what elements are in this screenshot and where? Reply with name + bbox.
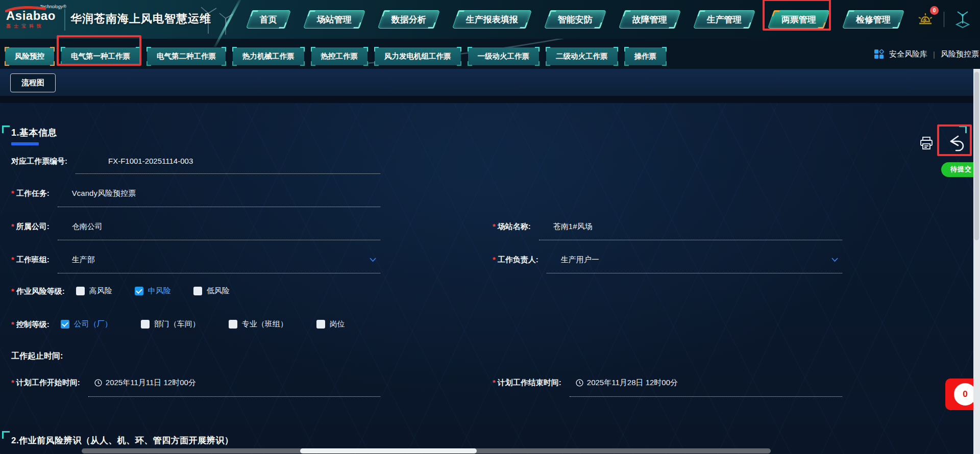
checkbox-option[interactable]: 高风险	[76, 286, 112, 296]
field-label: *计划工作结束时间:	[493, 377, 561, 388]
app-title: 华润苍南海上风电智慧运维	[70, 11, 211, 27]
horizontal-scrollbar-thumb[interactable]	[300, 448, 477, 453]
nav-item-6[interactable]: 故障管理	[619, 10, 681, 29]
checkbox-icon[interactable]	[76, 287, 85, 295]
header-right-icons: 0	[917, 0, 972, 39]
nav-item-1[interactable]: 首页	[246, 10, 291, 29]
ticket-tab-3[interactable]: 电气第二种工作票	[147, 47, 226, 65]
tab-corner-bracket	[662, 61, 667, 66]
nav-item-label: 生产报表填报	[466, 14, 518, 26]
field-station: *场站名称: 苍南1#风场	[493, 221, 842, 240]
checkbox-label: 部门（车间）	[154, 319, 200, 329]
nav-item-3[interactable]: 数据分析	[378, 10, 440, 29]
back-icon-button[interactable]	[944, 132, 967, 154]
control-level-options: 公司（厂）部门（车间）专业（班组）岗位	[61, 319, 345, 329]
print-icon-button[interactable]	[919, 136, 934, 151]
field-label: *控制等级:	[11, 319, 50, 330]
checkbox-option[interactable]: 中风险	[135, 286, 171, 296]
work-time-heading: 工作起止时间:	[11, 351, 848, 362]
control-level-row: *控制等级: 公司（厂）部门（车间）专业（班组）岗位	[11, 319, 848, 330]
section2-title: 2.作业前风险辨识（从人、机、环、管四方面开展辨识）	[11, 435, 233, 446]
checkbox-checked-icon[interactable]	[61, 320, 69, 329]
risk-library-link[interactable]: 安全风险库	[889, 49, 927, 59]
tab-corner-bracket	[50, 47, 55, 52]
vertical-scrollbar-thumb[interactable]	[974, 72, 979, 240]
tab-corner-bracket	[457, 61, 461, 66]
nav-item-4[interactable]: 生产报表填报	[452, 10, 532, 29]
ticket-no-value: FX-F1001-20251114-003	[108, 157, 193, 165]
station-value: 苍南1#风场	[553, 222, 593, 231]
basic-info-form: 对应工作票编号: FX-F1001-20251114-003 *工作任务: Vc…	[11, 156, 848, 397]
field-start-time: *计划工作开始时间: 2025年11月11日 12时00分	[11, 377, 380, 397]
checkbox-icon[interactable]	[141, 320, 150, 329]
ticket-tab-7[interactable]: 一级动火工作票	[468, 47, 540, 65]
nav-item-label: 两票管理	[781, 14, 816, 26]
checkbox-option[interactable]: 专业（班组）	[229, 319, 288, 329]
risk-precontrol-link[interactable]: 风险预控票	[941, 49, 979, 59]
tab-corner-bracket	[546, 61, 550, 66]
horizontal-scrollbar[interactable]	[82, 448, 771, 453]
checkbox-icon[interactable]	[229, 320, 237, 329]
checkbox-label: 公司（厂）	[74, 319, 112, 329]
field-label: *场站名称:	[493, 221, 531, 232]
task-input[interactable]: Vcandy风险预控票	[58, 188, 380, 207]
checkbox-option[interactable]: 低风险	[193, 286, 230, 296]
nav-item-5[interactable]: 智能安防	[544, 10, 606, 29]
nav-item-9[interactable]: 检修管理	[842, 10, 904, 29]
nav-item-label: 数据分析	[391, 14, 426, 26]
tab-corner-bracket	[468, 61, 472, 66]
checkbox-option[interactable]: 岗位	[316, 319, 345, 329]
chevron-down-icon[interactable]	[370, 258, 376, 262]
station-input[interactable]: 苍南1#风场	[539, 221, 842, 240]
vertical-scrollbar[interactable]	[973, 69, 980, 454]
nav-item-label: 智能安防	[558, 14, 593, 26]
section1-corner-bracket	[2, 125, 10, 133]
turbine-icon-button[interactable]	[953, 9, 972, 30]
clock-icon	[576, 379, 583, 387]
risk-level-row: *作业风险等级: 高风险中风险低风险	[11, 286, 848, 296]
ticket-tab-6[interactable]: 风力发电机组工作票	[375, 47, 461, 65]
tab-corner-bracket	[624, 47, 629, 52]
ticket-tab-label: 二级动火工作票	[556, 52, 608, 60]
checkbox-checked-icon[interactable]	[135, 287, 143, 295]
ticket-tab-5[interactable]: 热控工作票	[311, 47, 368, 65]
checkbox-option[interactable]: 公司（厂）	[61, 319, 112, 329]
link-divider: |	[933, 50, 935, 59]
tab-corner-bracket	[222, 61, 226, 66]
ticket-tab-label: 热控工作票	[321, 52, 358, 60]
nav-item-7[interactable]: 生产管理	[693, 10, 755, 29]
checkbox-icon[interactable]	[316, 320, 325, 329]
grid-icon	[874, 49, 885, 60]
nav-item-label: 场站管理	[317, 14, 352, 26]
alarm-icon-button[interactable]: 0	[917, 10, 935, 29]
ticket-tab-1[interactable]: 风险预控	[5, 47, 54, 65]
field-label: *工作负责人:	[493, 254, 538, 265]
alarm-count-badge: 0	[930, 6, 939, 15]
team-select[interactable]: 生产部	[58, 254, 380, 273]
ticket-no-input[interactable]: FX-F1001-20251114-003	[76, 156, 380, 174]
field-task: *工作任务: Vcandy风险预控票	[11, 188, 380, 207]
tab-corner-bracket	[662, 47, 667, 52]
leader-select[interactable]: 生产用户一	[547, 254, 842, 273]
chevron-down-icon[interactable]	[831, 258, 838, 262]
checkbox-icon[interactable]	[193, 287, 202, 295]
nav-item-8[interactable]: 两票管理	[768, 10, 830, 29]
company-input[interactable]: 仓南公司	[58, 221, 380, 240]
end-time-picker[interactable]: 2025年11月28日 12时00分	[570, 377, 842, 397]
ticket-tab-list: 风险预控电气第一种工作票电气第二种工作票热力机械工作票热控工作票风力发电机组工作…	[5, 47, 666, 65]
checkbox-option[interactable]: 部门（车间）	[141, 319, 200, 329]
nav-item-2[interactable]: 场站管理	[303, 10, 365, 29]
end-time-value: 2025年11月28日 12时00分	[587, 378, 678, 388]
tab-corner-bracket	[311, 61, 315, 66]
risk-library-links: 安全风险库 | 风险预控票	[874, 49, 979, 60]
ticket-tab-8[interactable]: 二级动火工作票	[546, 47, 618, 65]
ticket-tab-4[interactable]: 热力机械工作票	[233, 47, 304, 65]
section2-corner-bracket	[2, 431, 10, 439]
field-leader: *工作负责人: 生产用户一	[493, 254, 842, 273]
start-time-picker[interactable]: 2025年11月11日 12时00分	[88, 377, 380, 397]
flow-chart-button[interactable]: 流程图	[10, 73, 56, 92]
tab-corner-bracket	[232, 61, 237, 66]
ticket-tab-9[interactable]: 操作票	[625, 47, 667, 65]
ticket-tab-label: 热力机械工作票	[242, 52, 295, 60]
ticket-tab-2[interactable]: 电气第一种工作票	[61, 47, 140, 65]
